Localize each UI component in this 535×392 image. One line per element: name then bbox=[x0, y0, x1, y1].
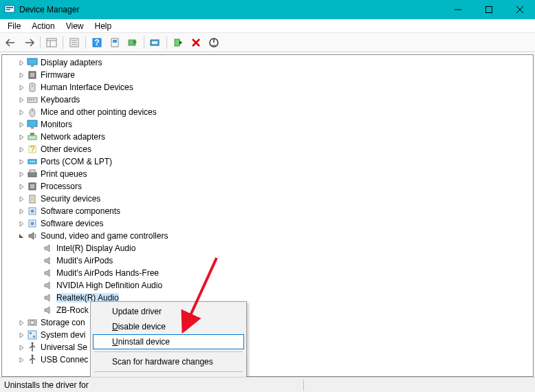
tree-category[interactable]: Mice and other pointing devices bbox=[2, 106, 533, 118]
expand-icon[interactable] bbox=[17, 318, 25, 327]
tree-device-label: Mudit's AirPods bbox=[56, 256, 113, 265]
tree-category-label: Print queues bbox=[41, 169, 87, 179]
window-title: Device Manager bbox=[19, 5, 442, 14]
tree-device-label: ZB-Rock bbox=[56, 305, 89, 315]
expand-icon[interactable] bbox=[17, 83, 25, 91]
svg-point-44 bbox=[30, 161, 31, 162]
forward-button[interactable] bbox=[21, 35, 37, 50]
menu-help[interactable]: Help bbox=[90, 21, 117, 32]
svg-rect-26 bbox=[31, 65, 34, 67]
storage-icon bbox=[27, 317, 38, 328]
context-menu-item[interactable]: Scan for hardware changes bbox=[93, 354, 244, 369]
expand-icon[interactable] bbox=[17, 170, 25, 178]
tree-category-label: Ports (COM & LPT) bbox=[41, 157, 112, 166]
minimize-button[interactable] bbox=[442, 0, 473, 19]
tree-category[interactable]: Storage con bbox=[2, 316, 533, 329]
disable-device-button[interactable] bbox=[206, 35, 222, 50]
tree-category[interactable]: Keyboards bbox=[2, 94, 533, 106]
collapse-icon[interactable] bbox=[17, 232, 25, 240]
properties-button[interactable] bbox=[66, 35, 83, 50]
keyboard-icon bbox=[27, 94, 38, 105]
update-driver-button[interactable] bbox=[124, 35, 141, 50]
svg-point-30 bbox=[32, 85, 33, 87]
tree-category[interactable]: Display adapters bbox=[2, 56, 533, 69]
tree-category[interactable]: Software components bbox=[2, 205, 533, 217]
svg-rect-50 bbox=[30, 184, 34, 188]
tree-category[interactable]: Universal Se bbox=[2, 341, 533, 353]
statusbar-separator bbox=[303, 380, 304, 391]
tree-category[interactable]: Sound, video and game controllers bbox=[2, 230, 533, 242]
help-button[interactable]: ? bbox=[89, 35, 105, 50]
tree-category[interactable]: Print queues bbox=[2, 168, 533, 180]
tree-category[interactable]: Ports (COM & LPT) bbox=[2, 155, 533, 168]
tree-category[interactable]: ?Other devices bbox=[2, 143, 533, 155]
tree-device[interactable]: Mudit's AirPods Hands-Free bbox=[2, 267, 533, 279]
svg-text:?: ? bbox=[94, 38, 99, 47]
tree-category[interactable]: Human Interface Devices bbox=[2, 81, 533, 94]
tree-category-label: Display adapters bbox=[41, 58, 102, 67]
expand-icon[interactable] bbox=[17, 108, 25, 116]
svg-rect-1 bbox=[6, 7, 13, 8]
tree-device[interactable]: NVIDIA High Definition Audio bbox=[2, 279, 533, 292]
svg-rect-40 bbox=[30, 133, 34, 135]
expand-icon[interactable] bbox=[17, 120, 25, 129]
tree-category[interactable]: Network adapters bbox=[2, 131, 533, 143]
expand-icon[interactable] bbox=[17, 195, 25, 203]
context-menu-item[interactable]: Disable device bbox=[93, 319, 244, 334]
tree-category[interactable]: Security devices bbox=[2, 193, 533, 205]
expand-icon[interactable] bbox=[17, 157, 25, 166]
menu-action[interactable]: Action bbox=[27, 21, 59, 32]
context-menu-item[interactable]: Uninstall device bbox=[93, 334, 244, 349]
show-hide-tree-button[interactable] bbox=[43, 35, 60, 50]
tree-device[interactable]: Realtek(R) Audio bbox=[2, 292, 533, 304]
titlebar: Device Manager bbox=[0, 0, 535, 19]
expand-icon[interactable] bbox=[17, 58, 25, 67]
svg-rect-37 bbox=[28, 120, 37, 127]
display-icon bbox=[27, 57, 38, 68]
expand-icon[interactable] bbox=[17, 145, 25, 153]
tree-category[interactable]: Monitors bbox=[2, 118, 533, 131]
tree-category[interactable]: Processors bbox=[2, 180, 533, 193]
scan-hardware-button[interactable] bbox=[147, 35, 164, 50]
tree-category-label: Processors bbox=[41, 182, 82, 191]
tree-device[interactable]: ZB-Rock bbox=[2, 304, 533, 316]
expand-icon[interactable] bbox=[17, 331, 25, 339]
svg-text:?: ? bbox=[30, 144, 35, 154]
menu-file[interactable]: File bbox=[3, 21, 25, 32]
context-menu-item[interactable]: Update driver bbox=[93, 304, 244, 319]
tree-device-label: Mudit's AirPods Hands-Free bbox=[56, 268, 159, 278]
mouse-icon bbox=[27, 107, 38, 118]
tree-category[interactable]: System devi bbox=[2, 329, 533, 341]
menu-view[interactable]: View bbox=[61, 21, 89, 32]
expand-icon[interactable] bbox=[17, 207, 25, 215]
expand-icon[interactable] bbox=[17, 96, 25, 104]
action-button[interactable] bbox=[107, 35, 123, 50]
tree-device[interactable]: Mudit's AirPods bbox=[2, 254, 533, 267]
expand-icon[interactable] bbox=[17, 356, 25, 364]
expand-icon[interactable] bbox=[17, 182, 25, 190]
cpu-icon bbox=[27, 181, 38, 192]
tree-category[interactable]: Firmware bbox=[2, 69, 533, 81]
tree-category-label: Universal Se bbox=[41, 342, 87, 352]
device-tree[interactable]: Display adaptersFirmwareHuman Interface … bbox=[2, 55, 533, 367]
tree-category-label: Keyboards bbox=[41, 95, 80, 105]
usb-icon bbox=[27, 342, 38, 353]
hid-icon bbox=[27, 82, 38, 93]
expand-icon[interactable] bbox=[17, 133, 25, 141]
uninstall-device-button[interactable] bbox=[188, 35, 204, 50]
tree-category[interactable]: Software devices bbox=[2, 217, 533, 230]
usb2-icon bbox=[27, 354, 38, 365]
enable-device-button[interactable] bbox=[170, 35, 186, 50]
expand-icon[interactable] bbox=[17, 343, 25, 351]
tree-device[interactable]: Intel(R) Display Audio bbox=[2, 242, 533, 254]
tree-category[interactable]: USB Connec bbox=[2, 353, 533, 366]
tree-category-label: Storage con bbox=[41, 318, 85, 327]
expand-icon[interactable] bbox=[17, 219, 25, 228]
expand-icon[interactable] bbox=[17, 71, 25, 79]
maximize-button[interactable] bbox=[473, 0, 504, 19]
menu-separator bbox=[94, 351, 243, 352]
close-button[interactable] bbox=[504, 0, 535, 19]
svg-rect-28 bbox=[30, 73, 34, 77]
back-button[interactable] bbox=[3, 35, 19, 50]
tree-category-label: USB Connec bbox=[41, 355, 88, 364]
